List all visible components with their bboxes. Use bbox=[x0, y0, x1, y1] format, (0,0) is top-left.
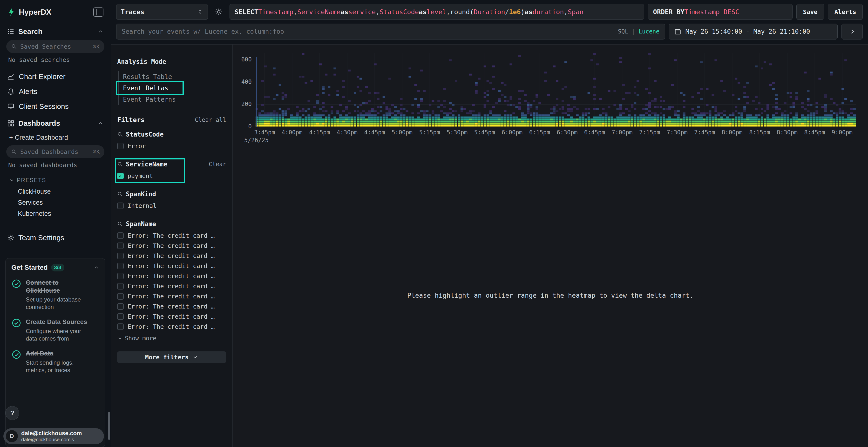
preset-services[interactable]: Services bbox=[4, 197, 106, 208]
heatmap-plot[interactable] bbox=[255, 53, 856, 127]
checkbox[interactable] bbox=[117, 323, 124, 330]
filter-option[interactable]: Internal bbox=[117, 201, 226, 211]
step-desc: Configure where your data comes from bbox=[26, 327, 91, 342]
checkbox[interactable] bbox=[117, 203, 124, 209]
get-started-step[interactable]: Create Data Sources Configure where your… bbox=[11, 318, 99, 342]
analysis-option-results-table[interactable]: Results Table bbox=[119, 71, 226, 82]
filter-option[interactable]: payment bbox=[117, 171, 226, 181]
sidebar-item-chart-explorer[interactable]: Chart Explorer bbox=[4, 69, 106, 84]
source-settings-button[interactable] bbox=[212, 4, 226, 20]
filter-option[interactable]: Error: The credit card … bbox=[117, 281, 226, 291]
analysis-option-label: Event Patterns bbox=[123, 96, 176, 103]
filter-option[interactable]: Error: The credit card … bbox=[117, 241, 226, 251]
sidebar-section-search[interactable]: Search bbox=[4, 24, 106, 39]
user-menu[interactable]: D dale@clickhouse.com dale@clickhouse.co… bbox=[3, 428, 104, 444]
x-tick-label: 8:45pm bbox=[804, 129, 825, 136]
checkbox[interactable] bbox=[117, 293, 124, 300]
filter-group-spankind: SpanKind Internal bbox=[117, 191, 226, 211]
chevron-down-icon bbox=[9, 177, 14, 183]
x-tick-label: 6:00pm bbox=[502, 129, 523, 136]
y-tick-label: 200 bbox=[241, 101, 252, 107]
save-button[interactable]: Save bbox=[796, 4, 824, 20]
filter-group-header[interactable]: ServiceName Clear bbox=[117, 161, 226, 168]
saved-dashboards-input[interactable]: Saved Dashboards ⌘K bbox=[6, 145, 104, 158]
filter-option[interactable]: Error: The credit card … bbox=[117, 231, 226, 241]
saved-dashboards-placeholder: Saved Dashboards bbox=[20, 148, 79, 156]
analysis-option-label: Event Deltas bbox=[123, 84, 168, 92]
filter-option[interactable]: Error: The credit card … bbox=[117, 321, 226, 332]
filter-group-header[interactable]: SpanKind bbox=[117, 191, 226, 198]
filter-option[interactable]: Error bbox=[117, 141, 226, 151]
sidebar-scrollbar-thumb[interactable] bbox=[108, 412, 110, 440]
help-button[interactable]: ? bbox=[5, 406, 19, 420]
sidebar-item-client-sessions[interactable]: Client Sessions bbox=[4, 99, 106, 114]
more-filters-label: More filters bbox=[145, 354, 189, 361]
checkbox[interactable] bbox=[117, 143, 124, 149]
filter-option-label: Error: The credit card … bbox=[128, 283, 215, 290]
checkbox[interactable] bbox=[117, 253, 124, 259]
run-query-button[interactable] bbox=[841, 24, 863, 39]
sidebar: HyperDX Search Saved Searches ⌘K No save… bbox=[0, 0, 111, 447]
sidebar-item-team-settings[interactable]: Team Settings bbox=[4, 230, 106, 245]
preset-kubernetes[interactable]: Kubernetes bbox=[4, 208, 106, 219]
checkbox[interactable] bbox=[117, 273, 124, 279]
x-tick-label: 6:30pm bbox=[557, 129, 578, 136]
alerts-button[interactable]: Alerts bbox=[828, 4, 863, 20]
search-input[interactable]: Search your events w/ Lucene ex. column:… bbox=[116, 24, 665, 39]
preset-clickhouse[interactable]: ClickHouse bbox=[4, 186, 106, 197]
filter-group-header[interactable]: SpanName bbox=[117, 220, 226, 228]
delta-chart-placeholder: Please highlight an outlier range in the… bbox=[233, 143, 868, 447]
order-by-input[interactable]: ORDER BY Timestamp DESC bbox=[648, 4, 793, 20]
lucene-mode-toggle[interactable]: Lucene bbox=[639, 28, 659, 35]
app-logo[interactable]: HyperDX bbox=[7, 8, 51, 16]
sidebar-section-dashboards[interactable]: Dashboards bbox=[4, 116, 106, 131]
checkbox[interactable] bbox=[117, 313, 124, 320]
source-select[interactable]: Traces bbox=[116, 4, 208, 20]
filter-group-header[interactable]: StatusCode bbox=[117, 131, 226, 138]
checkbox[interactable] bbox=[117, 283, 124, 289]
show-more-button[interactable]: Show more bbox=[117, 335, 226, 342]
alerts-label: Alerts bbox=[835, 8, 856, 15]
clear-filter-button[interactable]: Clear bbox=[209, 161, 226, 168]
saved-searches-input[interactable]: Saved Searches ⌘K bbox=[6, 40, 104, 53]
sql-select-input[interactable]: SELECT Timestamp, ServiceName as service… bbox=[229, 4, 644, 20]
analysis-option-event-patterns[interactable]: Event Patterns bbox=[119, 94, 226, 105]
x-tick-label: 7:45pm bbox=[694, 129, 715, 136]
filter-option[interactable]: Error: The credit card … bbox=[117, 301, 226, 311]
sidebar-item-alerts[interactable]: Alerts bbox=[4, 84, 106, 99]
sidebar-item-label: Alerts bbox=[19, 88, 37, 96]
filter-option[interactable]: Error: The credit card … bbox=[117, 271, 226, 281]
empty-state-message: Please highlight an outlier range in the… bbox=[407, 291, 693, 299]
chevron-down-icon bbox=[192, 354, 198, 360]
x-tick-label: 4:45pm bbox=[364, 129, 385, 136]
query-token: , bbox=[293, 8, 297, 16]
create-dashboard-button[interactable]: + Create Dashboard bbox=[4, 131, 106, 144]
clear-all-filters-button[interactable]: Clear all bbox=[195, 116, 226, 123]
checkbox[interactable] bbox=[117, 232, 124, 239]
filter-group-statuscode: StatusCode Error bbox=[117, 131, 226, 151]
presets-toggle[interactable]: PRESETS bbox=[4, 174, 106, 186]
filter-option[interactable]: Error: The credit card … bbox=[117, 291, 226, 301]
query-token: Span bbox=[568, 8, 584, 16]
filter-group-name: SpanName bbox=[126, 220, 156, 228]
date-range-picker[interactable]: May 26 15:40:00 - May 26 21:10:00 bbox=[669, 24, 838, 39]
checkbox[interactable] bbox=[117, 243, 124, 249]
checkbox[interactable] bbox=[117, 303, 124, 310]
collapse-sidebar-icon[interactable] bbox=[93, 7, 103, 16]
filter-option[interactable]: Error: The credit card … bbox=[117, 311, 226, 321]
checkbox[interactable] bbox=[117, 263, 124, 269]
get-started-header[interactable]: Get Started 3/3 bbox=[11, 264, 99, 271]
analysis-option-event-deltas[interactable]: Event Deltas bbox=[119, 82, 226, 94]
checkbox-checked[interactable] bbox=[117, 173, 124, 179]
more-filters-button[interactable]: More filters bbox=[117, 351, 226, 363]
chevron-up-icon bbox=[98, 121, 103, 126]
monitor-icon bbox=[7, 103, 14, 110]
filter-option[interactable]: Error: The credit card … bbox=[117, 261, 226, 271]
query-token: , bbox=[376, 8, 379, 16]
filter-option[interactable]: Error: The credit card … bbox=[117, 251, 226, 261]
get-started-step[interactable]: Connect to ClickHouse Set up your databa… bbox=[11, 279, 99, 311]
get-started-step[interactable]: Add Data Start sending logs, metrics, or… bbox=[11, 349, 99, 374]
sql-mode-toggle[interactable]: SQL bbox=[618, 28, 628, 35]
app-root: HyperDX Search Saved Searches ⌘K No save… bbox=[0, 0, 868, 447]
search-icon bbox=[11, 44, 17, 49]
